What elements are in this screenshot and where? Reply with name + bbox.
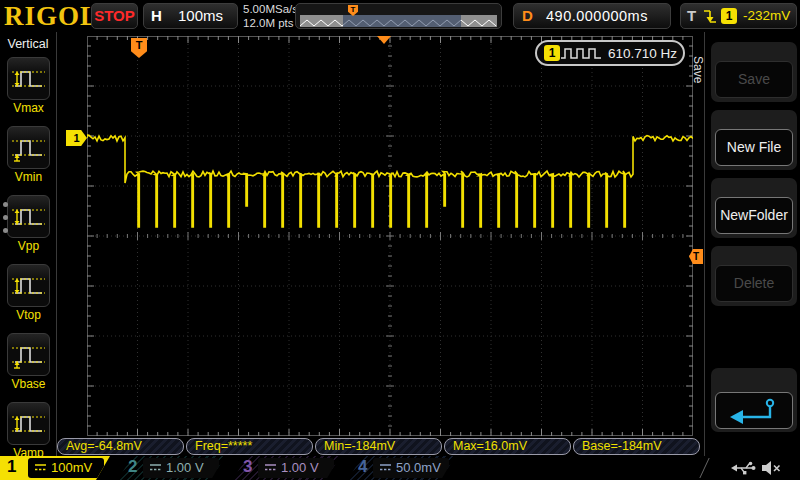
- run-state-indicator[interactable]: STOP: [91, 3, 138, 29]
- timebase-value: 100ms: [178, 4, 223, 28]
- menu-page-dot: [3, 228, 8, 233]
- channel-1-scale-value: 100mV: [51, 460, 92, 475]
- trigger-level-value: -232mV: [743, 4, 790, 28]
- coupling-icon: [264, 462, 277, 473]
- usb-icon: [730, 459, 756, 477]
- delay-value: 490.000000ms: [546, 4, 648, 28]
- vtop-icon: [9, 269, 48, 302]
- left-menu-label-vmax: Vmax: [0, 101, 57, 115]
- channel-2-status[interactable]: 21.00 V: [115, 456, 227, 480]
- vmin-icon: [9, 131, 48, 164]
- measurement-item-3: Max=16.0mV: [444, 438, 571, 455]
- horizontal-label: H: [151, 4, 162, 28]
- channel1-waveform-trace: [87, 36, 693, 436]
- menu-page-dot: [3, 215, 8, 220]
- right-menu-button-delete[interactable]: Delete: [715, 265, 793, 302]
- horizontal-timebase-box[interactable]: H 100ms: [143, 3, 238, 29]
- channel-2-number: 2: [128, 457, 137, 477]
- left-menu-title: Vertical: [0, 37, 56, 51]
- left-menu-label-vpp: Vpp: [0, 239, 57, 253]
- coupling-icon: [34, 462, 47, 473]
- coupling-icon: [149, 462, 162, 473]
- waveform-overview-bar[interactable]: T: [295, 3, 502, 29]
- channel-1-scale: 100mV: [28, 458, 104, 478]
- measurement-item-1: Freq=*****: [186, 438, 313, 455]
- vamp-icon: [9, 407, 48, 440]
- delay-box[interactable]: D 490.000000ms: [513, 3, 671, 29]
- trigger-source-badge: 1: [721, 8, 737, 24]
- status-divider: [699, 458, 709, 478]
- acquisition-info: 5.00MSa/s 12.0M pts: [243, 2, 298, 30]
- vmax-icon: [9, 62, 48, 95]
- left-menu-label-vtop: Vtop: [0, 308, 57, 322]
- right-menu-button-save[interactable]: Save: [715, 61, 793, 98]
- freq-counter-value: 610.710 Hz: [608, 46, 677, 61]
- save-menu: Save SaveNew FileNewFolderDelete: [704, 32, 800, 456]
- left-menu-label-vbase: Vbase: [0, 377, 57, 391]
- speaker-muted-icon: [758, 458, 784, 478]
- channel-1-number: 1: [7, 457, 16, 477]
- left-menu-button-vbase[interactable]: [7, 333, 50, 376]
- channel-status-bar: 1100mV21.00 V31.00 V450.0mV: [0, 456, 800, 480]
- square-wave-icon: [560, 45, 604, 61]
- vertical-measure-menu: Vertical VmaxVminVppVtopVbaseVamp: [0, 32, 57, 456]
- save-menu-tab-label: Save: [691, 56, 705, 83]
- measurement-item-4: Base=-184mV: [573, 438, 700, 455]
- vpp-icon: [9, 200, 48, 233]
- right-menu-button-new-file[interactable]: New File: [715, 129, 793, 166]
- overview-display-window: [343, 15, 461, 27]
- waveform-display-area[interactable]: T 1 T 1 610.710 Hz: [87, 36, 693, 436]
- left-menu-button-vmin[interactable]: [7, 126, 50, 169]
- trigger-label: T: [687, 4, 696, 28]
- rigol-logo: RIGOL: [4, 1, 99, 31]
- left-menu-button-vpp[interactable]: [7, 195, 50, 238]
- vbase-icon: [9, 338, 48, 371]
- trigger-box[interactable]: T 1 -232mV: [680, 3, 797, 29]
- measurement-item-2: Min=-184mV: [315, 438, 442, 455]
- return-arrow-icon: [722, 396, 786, 426]
- left-menu-label-vmin: Vmin: [0, 170, 57, 184]
- channel-3-scale: 1.00 V: [258, 458, 334, 478]
- channel1-level-marker[interactable]: 1: [66, 130, 87, 146]
- freq-counter-channel-badge: 1: [544, 45, 560, 61]
- menu-page-dot: [3, 202, 8, 207]
- channel-4-status[interactable]: 450.0mV: [345, 456, 457, 480]
- frequency-counter: 1 610.710 Hz: [535, 40, 685, 66]
- right-menu-button-return[interactable]: [715, 392, 793, 429]
- left-menu-button-vamp[interactable]: [7, 402, 50, 445]
- falling-edge-icon: [703, 8, 717, 25]
- measurement-item-0: Avg=-64.8mV: [57, 438, 184, 455]
- channel-4-scale: 50.0mV: [373, 458, 449, 478]
- left-menu-button-vtop[interactable]: [7, 264, 50, 307]
- channel-2-scale: 1.00 V: [143, 458, 219, 478]
- delay-label: D: [522, 4, 533, 28]
- channel-2-scale-value: 1.00 V: [166, 460, 204, 475]
- channel-3-number: 3: [243, 457, 252, 477]
- right-menu-button-newfolder[interactable]: NewFolder: [715, 197, 793, 234]
- channel-3-scale-value: 1.00 V: [281, 460, 319, 475]
- channel-4-number: 4: [358, 457, 367, 477]
- sample-rate: 5.00MSa/s: [243, 2, 298, 16]
- channel-3-status[interactable]: 31.00 V: [230, 456, 342, 480]
- left-menu-button-vmax[interactable]: [7, 57, 50, 100]
- memory-depth: 12.0M pts: [243, 16, 298, 30]
- channel-1-status[interactable]: 1100mV: [0, 456, 112, 480]
- coupling-icon: [379, 462, 392, 473]
- measurement-results-bar: Avg=-64.8mVFreq=*****Min=-184mVMax=16.0m…: [57, 438, 700, 456]
- channel-4-scale-value: 50.0mV: [396, 460, 441, 475]
- oscilloscope-screen: RIGOL STOP H 100ms 5.00MSa/s 12.0M pts T…: [0, 0, 800, 480]
